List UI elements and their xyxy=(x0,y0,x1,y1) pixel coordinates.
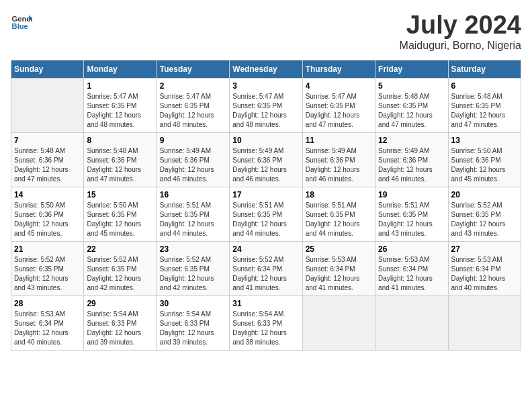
day-info: Sunrise: 5:51 AMSunset: 6:35 PMDaylight:… xyxy=(378,201,445,238)
calendar-cell: 7Sunrise: 5:48 AMSunset: 6:36 PMDaylight… xyxy=(11,133,84,187)
day-info: Sunrise: 5:52 AMSunset: 6:35 PMDaylight:… xyxy=(87,255,153,293)
day-number: 28 xyxy=(14,299,81,308)
day-number: 3 xyxy=(232,81,299,91)
week-row-1: 1Sunrise: 5:47 AMSunset: 6:35 PMDaylight… xyxy=(11,79,521,133)
day-info: Sunrise: 5:54 AMSunset: 6:33 PMDaylight:… xyxy=(87,310,153,347)
calendar-cell: 23Sunrise: 5:52 AMSunset: 6:35 PMDayligh… xyxy=(157,242,229,296)
day-number: 6 xyxy=(451,81,518,91)
day-number: 27 xyxy=(451,244,518,254)
day-number: 30 xyxy=(160,299,226,308)
calendar-cell: 27Sunrise: 5:53 AMSunset: 6:34 PMDayligh… xyxy=(448,242,521,296)
calendar-cell: 16Sunrise: 5:51 AMSunset: 6:35 PMDayligh… xyxy=(157,187,229,242)
day-info: Sunrise: 5:49 AMSunset: 6:36 PMDaylight:… xyxy=(378,146,445,184)
day-number: 10 xyxy=(232,136,299,145)
calendar-cell: 25Sunrise: 5:53 AMSunset: 6:34 PMDayligh… xyxy=(302,242,375,296)
calendar-cell: 31Sunrise: 5:54 AMSunset: 6:33 PMDayligh… xyxy=(230,296,302,351)
day-number: 24 xyxy=(232,244,299,254)
calendar-cell: 1Sunrise: 5:47 AMSunset: 6:35 PMDaylight… xyxy=(84,79,157,133)
day-info: Sunrise: 5:48 AMSunset: 6:36 PMDaylight:… xyxy=(14,146,81,184)
day-info: Sunrise: 5:47 AMSunset: 6:35 PMDaylight:… xyxy=(306,92,372,130)
week-row-3: 14Sunrise: 5:50 AMSunset: 6:36 PMDayligh… xyxy=(11,187,521,242)
day-info: Sunrise: 5:53 AMSunset: 6:34 PMDaylight:… xyxy=(14,310,81,347)
svg-text:Blue: Blue xyxy=(12,22,28,30)
day-info: Sunrise: 5:50 AMSunset: 6:36 PMDaylight:… xyxy=(451,146,518,184)
day-header-friday: Friday xyxy=(375,60,448,79)
calendar-cell: 30Sunrise: 5:54 AMSunset: 6:33 PMDayligh… xyxy=(157,296,229,351)
calendar-cell: 6Sunrise: 5:48 AMSunset: 6:35 PMDaylight… xyxy=(448,79,521,133)
calendar-cell: 2Sunrise: 5:47 AMSunset: 6:35 PMDaylight… xyxy=(157,79,229,133)
day-number: 29 xyxy=(87,299,153,308)
day-number: 19 xyxy=(378,190,445,199)
calendar-cell: 3Sunrise: 5:47 AMSunset: 6:35 PMDaylight… xyxy=(230,79,302,133)
week-row-4: 21Sunrise: 5:52 AMSunset: 6:35 PMDayligh… xyxy=(11,242,521,296)
day-number: 20 xyxy=(451,190,518,199)
day-info: Sunrise: 5:51 AMSunset: 6:35 PMDaylight:… xyxy=(232,201,299,238)
day-info: Sunrise: 5:54 AMSunset: 6:33 PMDaylight:… xyxy=(232,310,299,347)
page-header: General Blue July 2024 Maiduguri, Borno,… xyxy=(11,11,521,52)
day-info: Sunrise: 5:49 AMSunset: 6:36 PMDaylight:… xyxy=(160,146,226,184)
calendar-cell: 5Sunrise: 5:48 AMSunset: 6:35 PMDaylight… xyxy=(375,79,448,133)
day-info: Sunrise: 5:49 AMSunset: 6:36 PMDaylight:… xyxy=(232,146,299,184)
calendar-cell xyxy=(11,79,84,133)
calendar-cell: 15Sunrise: 5:50 AMSunset: 6:35 PMDayligh… xyxy=(84,187,157,242)
day-header-monday: Monday xyxy=(84,60,157,79)
day-info: Sunrise: 5:51 AMSunset: 6:35 PMDaylight:… xyxy=(306,201,372,238)
calendar-cell xyxy=(375,296,448,351)
day-info: Sunrise: 5:47 AMSunset: 6:35 PMDaylight:… xyxy=(87,92,153,130)
day-number: 15 xyxy=(87,190,153,199)
day-info: Sunrise: 5:49 AMSunset: 6:36 PMDaylight:… xyxy=(306,146,372,184)
title-area: July 2024 Maiduguri, Borno, Nigeria xyxy=(400,11,521,52)
calendar-table: SundayMondayTuesdayWednesdayThursdayFrid… xyxy=(11,60,521,351)
calendar-cell: 26Sunrise: 5:53 AMSunset: 6:34 PMDayligh… xyxy=(375,242,448,296)
calendar-cell: 22Sunrise: 5:52 AMSunset: 6:35 PMDayligh… xyxy=(84,242,157,296)
calendar-cell xyxy=(448,296,521,351)
day-number: 7 xyxy=(14,136,81,145)
day-info: Sunrise: 5:50 AMSunset: 6:35 PMDaylight:… xyxy=(87,201,153,238)
week-row-5: 28Sunrise: 5:53 AMSunset: 6:34 PMDayligh… xyxy=(11,296,521,351)
calendar-cell: 21Sunrise: 5:52 AMSunset: 6:35 PMDayligh… xyxy=(11,242,84,296)
day-number: 11 xyxy=(306,136,372,145)
calendar-cell: 28Sunrise: 5:53 AMSunset: 6:34 PMDayligh… xyxy=(11,296,84,351)
day-info: Sunrise: 5:53 AMSunset: 6:34 PMDaylight:… xyxy=(451,255,518,293)
logo: General Blue xyxy=(11,11,32,32)
day-number: 25 xyxy=(306,244,372,254)
day-info: Sunrise: 5:52 AMSunset: 6:35 PMDaylight:… xyxy=(14,255,81,293)
main-title: July 2024 xyxy=(400,11,521,40)
day-info: Sunrise: 5:47 AMSunset: 6:35 PMDaylight:… xyxy=(232,92,299,130)
calendar-cell: 11Sunrise: 5:49 AMSunset: 6:36 PMDayligh… xyxy=(302,133,375,187)
logo-icon: General Blue xyxy=(11,11,32,32)
day-number: 22 xyxy=(87,244,153,254)
day-number: 5 xyxy=(378,81,445,91)
day-info: Sunrise: 5:52 AMSunset: 6:35 PMDaylight:… xyxy=(451,201,518,238)
calendar-cell: 9Sunrise: 5:49 AMSunset: 6:36 PMDaylight… xyxy=(157,133,229,187)
calendar-cell: 24Sunrise: 5:52 AMSunset: 6:34 PMDayligh… xyxy=(230,242,302,296)
sub-title: Maiduguri, Borno, Nigeria xyxy=(400,40,521,52)
week-row-2: 7Sunrise: 5:48 AMSunset: 6:36 PMDaylight… xyxy=(11,133,521,187)
day-number: 2 xyxy=(160,81,226,91)
calendar-cell: 10Sunrise: 5:49 AMSunset: 6:36 PMDayligh… xyxy=(230,133,302,187)
calendar-cell: 12Sunrise: 5:49 AMSunset: 6:36 PMDayligh… xyxy=(375,133,448,187)
day-header-saturday: Saturday xyxy=(448,60,521,79)
day-info: Sunrise: 5:48 AMSunset: 6:35 PMDaylight:… xyxy=(451,92,518,130)
day-info: Sunrise: 5:53 AMSunset: 6:34 PMDaylight:… xyxy=(306,255,372,293)
calendar-cell: 20Sunrise: 5:52 AMSunset: 6:35 PMDayligh… xyxy=(448,187,521,242)
calendar-cell: 29Sunrise: 5:54 AMSunset: 6:33 PMDayligh… xyxy=(84,296,157,351)
day-number: 31 xyxy=(232,299,299,308)
day-info: Sunrise: 5:53 AMSunset: 6:34 PMDaylight:… xyxy=(378,255,445,293)
day-number: 1 xyxy=(87,81,153,91)
day-number: 17 xyxy=(232,190,299,199)
calendar-cell: 4Sunrise: 5:47 AMSunset: 6:35 PMDaylight… xyxy=(302,79,375,133)
calendar-cell xyxy=(302,296,375,351)
calendar-cell: 13Sunrise: 5:50 AMSunset: 6:36 PMDayligh… xyxy=(448,133,521,187)
day-header-sunday: Sunday xyxy=(11,60,84,79)
calendar-cell: 18Sunrise: 5:51 AMSunset: 6:35 PMDayligh… xyxy=(302,187,375,242)
header-row: SundayMondayTuesdayWednesdayThursdayFrid… xyxy=(11,60,521,79)
day-number: 14 xyxy=(14,190,81,199)
day-number: 26 xyxy=(378,244,445,254)
day-number: 8 xyxy=(87,136,153,145)
day-number: 23 xyxy=(160,244,226,254)
day-info: Sunrise: 5:54 AMSunset: 6:33 PMDaylight:… xyxy=(160,310,226,347)
day-number: 21 xyxy=(14,244,81,254)
day-info: Sunrise: 5:50 AMSunset: 6:36 PMDaylight:… xyxy=(14,201,81,238)
day-header-wednesday: Wednesday xyxy=(230,60,302,79)
